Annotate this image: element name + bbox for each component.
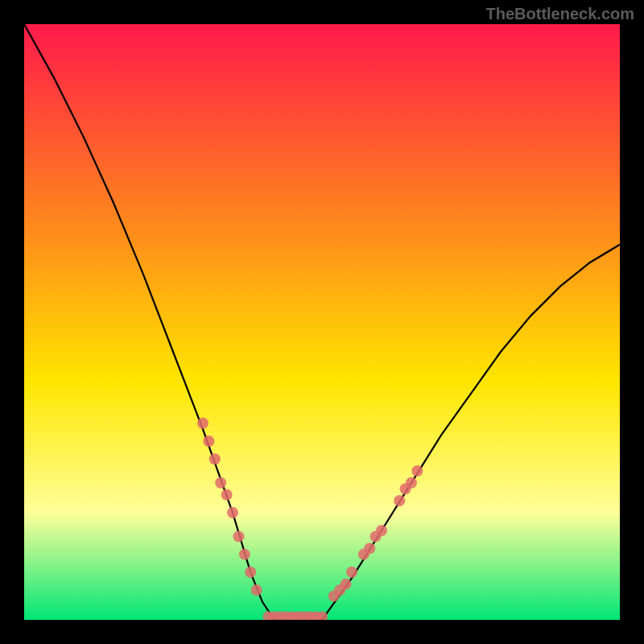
marker-point: [209, 453, 221, 464]
marker-point: [394, 495, 405, 506]
gradient-background: [24, 24, 620, 620]
chart-container: TheBottleneck.com: [0, 0, 644, 644]
marker-point: [364, 543, 375, 554]
bottleneck-chart: [24, 24, 620, 620]
watermark-text: TheBottleneck.com: [486, 5, 634, 23]
marker-point: [239, 549, 250, 560]
marker-point: [233, 530, 244, 542]
marker-point: [406, 477, 417, 489]
marker-point: [197, 418, 208, 429]
marker-point: [203, 436, 214, 447]
marker-point: [215, 477, 226, 489]
marker-point: [227, 507, 238, 518]
marker-point: [341, 579, 352, 590]
marker-point: [346, 567, 357, 578]
marker-point: [251, 584, 262, 596]
marker-point: [221, 489, 233, 501]
marker-point: [411, 465, 423, 477]
marker-point: [376, 525, 387, 536]
marker-point: [245, 567, 256, 578]
